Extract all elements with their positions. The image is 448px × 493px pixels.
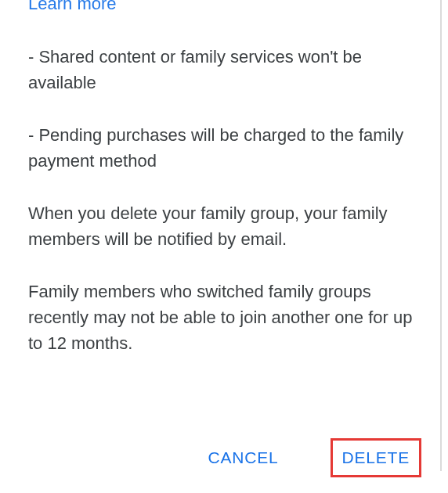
delete-button[interactable]: DELETE: [333, 441, 420, 475]
learn-more-link[interactable]: Learn more: [28, 0, 420, 14]
bullet-pending-purchases: - Pending purchases will be charged to t…: [28, 122, 420, 174]
delete-button-highlight: DELETE: [331, 438, 422, 477]
scrollbar-track[interactable]: [440, 0, 442, 471]
bullet-shared-content: - Shared content or family services won'…: [28, 44, 420, 95]
dialog-actions: CANCEL DELETE: [28, 438, 420, 493]
delete-family-dialog: Learn more - Shared content or family se…: [0, 0, 448, 493]
dialog-body: - Shared content or family services won'…: [28, 44, 420, 383]
cancel-button[interactable]: CANCEL: [197, 438, 290, 477]
paragraph-notify: When you delete your family group, your …: [28, 200, 420, 252]
paragraph-switch-limit: Family members who switched family group…: [28, 279, 420, 356]
